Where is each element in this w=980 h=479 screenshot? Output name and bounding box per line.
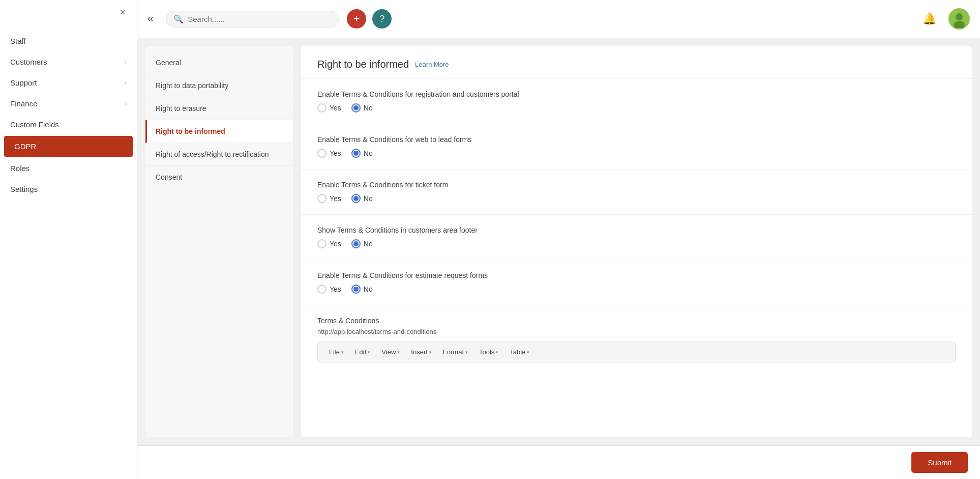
radio-no-estimate-request[interactable]: No xyxy=(351,285,373,294)
sidebar-item-label: Settings xyxy=(10,185,38,193)
yes-label: Yes xyxy=(330,285,341,293)
no-label: No xyxy=(364,104,373,112)
notifications-button[interactable]: 🔔 xyxy=(923,12,936,25)
search-box[interactable]: 🔍 xyxy=(166,11,339,27)
sidebar-item-label: Support xyxy=(10,78,37,87)
radio-circle-yes[interactable] xyxy=(317,285,326,294)
editor-edit-button[interactable]: Edit ▾ xyxy=(350,346,375,358)
add-button[interactable]: + xyxy=(347,9,366,29)
radio-group: Yes No xyxy=(317,103,956,112)
radio-yes-customers-footer[interactable]: Yes xyxy=(317,239,341,248)
no-label: No xyxy=(364,149,373,157)
back-button[interactable]: « xyxy=(147,12,154,25)
dropdown-arrow-icon: ▾ xyxy=(496,350,498,355)
sidebar-item-gdpr[interactable]: GDPR xyxy=(4,136,133,157)
setting-label: Enable Terms & Conditions for registrati… xyxy=(317,90,956,98)
radio-circle-no[interactable] xyxy=(351,285,361,294)
help-button[interactable]: ? xyxy=(372,9,392,29)
topbar: « 🔍 + ? 🔔 xyxy=(137,0,980,38)
radio-group: Yes No xyxy=(317,149,956,158)
sidebar-item-roles[interactable]: Roles xyxy=(0,158,137,179)
subnav-item-data-portability[interactable]: Right to data portability xyxy=(145,74,293,97)
yes-label: Yes xyxy=(330,194,341,203)
submit-button[interactable]: Submit xyxy=(911,452,968,473)
editor-file-button[interactable]: File ▾ xyxy=(324,346,349,358)
subnav-item-general[interactable]: General xyxy=(145,51,293,74)
radio-no-customers-footer[interactable]: No xyxy=(351,239,373,248)
no-label: No xyxy=(364,194,373,203)
panel-header: Right to be informed Learn More xyxy=(301,46,972,79)
setting-label: Enable Terms & Conditions for web to lea… xyxy=(317,135,956,144)
radio-no-ticket-form[interactable]: No xyxy=(351,194,373,203)
radio-circle-yes[interactable] xyxy=(317,239,326,248)
radio-yes-registration[interactable]: Yes xyxy=(317,103,341,112)
radio-circle-no[interactable] xyxy=(351,194,361,203)
topbar-actions: + ? xyxy=(347,9,392,29)
svg-point-1 xyxy=(956,13,963,20)
sidebar-item-finance[interactable]: Finance ‹ xyxy=(0,93,137,114)
terms-url: http://app.localhost/terms-and-condition… xyxy=(317,328,956,335)
chevron-right-icon: ‹ xyxy=(125,79,127,87)
chevron-right-icon: ‹ xyxy=(125,100,127,107)
search-icon: 🔍 xyxy=(173,14,184,24)
dropdown-arrow-icon: ▾ xyxy=(368,350,370,355)
sidebar-item-customers[interactable]: Customers ‹ xyxy=(0,51,137,72)
radio-circle-no[interactable] xyxy=(351,103,361,112)
radio-circle-yes[interactable] xyxy=(317,194,326,203)
sidebar-item-label: GDPR xyxy=(14,142,36,151)
setting-label: Show Terms & Conditions in customers are… xyxy=(317,226,956,234)
editor-insert-button[interactable]: Insert ▾ xyxy=(406,346,437,358)
submit-bar: Submit xyxy=(137,445,980,479)
radio-yes-estimate-request[interactable]: Yes xyxy=(317,285,341,294)
editor-view-button[interactable]: View ▾ xyxy=(376,346,405,358)
yes-label: Yes xyxy=(330,104,341,112)
editor-tools-button[interactable]: Tools ▾ xyxy=(474,346,503,358)
search-input[interactable] xyxy=(188,15,331,23)
radio-circle-yes[interactable] xyxy=(317,149,326,158)
radio-circle-yes[interactable] xyxy=(317,103,326,112)
sidebar-item-settings[interactable]: Settings xyxy=(0,179,137,200)
radio-yes-ticket-form[interactable]: Yes xyxy=(317,194,341,203)
sidebar-item-label: Roles xyxy=(10,164,29,173)
radio-yes-web-to-lead[interactable]: Yes xyxy=(317,149,341,158)
radio-group: Yes No xyxy=(317,285,956,294)
dropdown-arrow-icon: ▾ xyxy=(429,350,432,355)
terms-section: Terms & Conditions http://app.localhost/… xyxy=(301,305,972,374)
setting-row-web-to-lead: Enable Terms & Conditions for web to lea… xyxy=(301,124,972,170)
radio-no-registration[interactable]: No xyxy=(351,103,373,112)
dropdown-arrow-icon: ▾ xyxy=(397,350,400,355)
subnav-item-consent[interactable]: Consent xyxy=(145,166,293,188)
radio-circle-no[interactable] xyxy=(351,149,361,158)
sub-navigation: General Right to data portability Right … xyxy=(145,46,293,437)
subnav-item-right-to-erasure[interactable]: Right to erasure xyxy=(145,97,293,120)
setting-row-estimate-request: Enable Terms & Conditions for estimate r… xyxy=(301,260,972,305)
sidebar-close-button[interactable]: × xyxy=(116,6,129,18)
chevron-right-icon: ‹ xyxy=(125,59,127,66)
yes-label: Yes xyxy=(330,149,341,157)
yes-label: Yes xyxy=(330,240,341,248)
setting-label: Enable Terms & Conditions for estimate r… xyxy=(317,271,956,279)
radio-group: Yes No xyxy=(317,239,956,248)
subnav-item-right-of-access[interactable]: Right of access/Right to rectification xyxy=(145,143,293,166)
setting-row-customers-area-footer: Show Terms & Conditions in customers are… xyxy=(301,215,972,260)
sidebar-navigation: Staff Customers ‹ Support ‹ Finance ‹ Cu… xyxy=(0,31,137,200)
learn-more-link[interactable]: Learn More xyxy=(415,61,449,68)
radio-group: Yes No xyxy=(317,194,956,203)
sidebar-item-support[interactable]: Support ‹ xyxy=(0,72,137,93)
no-label: No xyxy=(364,285,373,293)
sidebar-item-custom-fields[interactable]: Custom Fields xyxy=(0,114,137,135)
avatar[interactable] xyxy=(948,8,970,30)
editor-format-button[interactable]: Format ▾ xyxy=(438,346,473,358)
dropdown-arrow-icon: ▾ xyxy=(527,350,529,355)
page-title: Right to be informed Learn More xyxy=(317,59,956,70)
dropdown-arrow-icon: ▾ xyxy=(465,350,468,355)
radio-circle-no[interactable] xyxy=(351,239,361,248)
subnav-item-right-to-be-informed[interactable]: Right to be informed xyxy=(145,120,293,143)
sidebar-item-label: Customers xyxy=(10,58,47,66)
main-content: « 🔍 + ? 🔔 General Right to data portabil… xyxy=(137,0,980,479)
sidebar-item-staff[interactable]: Staff xyxy=(0,31,137,51)
editor-table-button[interactable]: Table ▾ xyxy=(504,346,534,358)
radio-no-web-to-lead[interactable]: No xyxy=(351,149,373,158)
sidebar-item-label: Staff xyxy=(10,37,26,45)
sidebar-item-label: Finance xyxy=(10,99,37,108)
